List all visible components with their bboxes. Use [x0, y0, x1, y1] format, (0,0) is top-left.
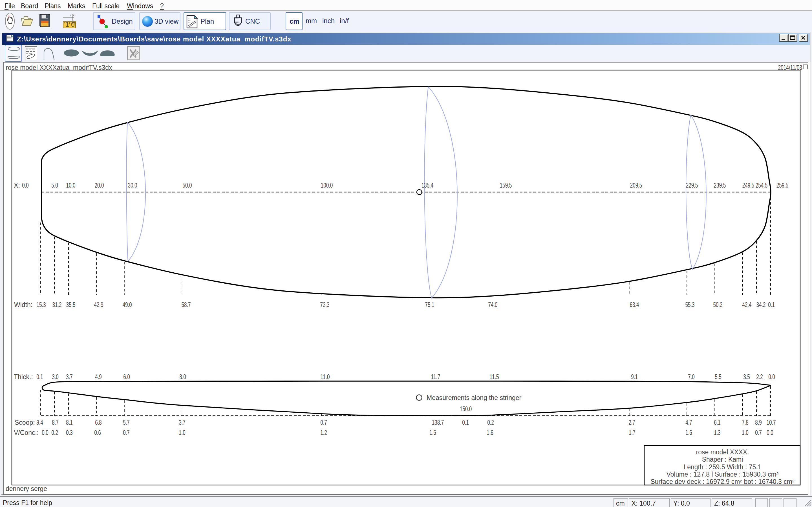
- svg-text:2.7: 2.7: [628, 419, 635, 426]
- svg-text:0.6: 0.6: [94, 429, 101, 436]
- svg-text:249.5: 249.5: [742, 182, 754, 189]
- svg-text:Width:: Width:: [14, 301, 33, 308]
- svg-text:42.9: 42.9: [94, 301, 103, 308]
- svg-text:50.0: 50.0: [183, 182, 192, 189]
- svg-text:3.7: 3.7: [179, 419, 186, 426]
- svg-text:229.5: 229.5: [686, 182, 698, 189]
- svg-text:8.7: 8.7: [52, 419, 59, 426]
- svg-text:0: 0: [71, 21, 75, 28]
- svg-text:10.0: 10.0: [66, 182, 75, 189]
- svg-text:0.2: 0.2: [487, 419, 494, 426]
- svg-text:0.0: 0.0: [22, 182, 29, 189]
- svg-text:5.5: 5.5: [715, 373, 721, 381]
- svg-text:100.0: 100.0: [321, 182, 333, 189]
- svg-text:Shaper : Kami: Shaper : Kami: [702, 456, 743, 463]
- svg-text:Surface dev deck : 16972.9 cm²: Surface dev deck : 16972.9 cm² bot : 167…: [651, 478, 794, 485]
- svg-text:0.3: 0.3: [66, 429, 73, 436]
- svg-text:0.1: 0.1: [462, 419, 469, 426]
- svg-text:15.3: 15.3: [37, 301, 46, 308]
- svg-text:X:: X:: [14, 182, 20, 189]
- svg-text:58.7: 58.7: [182, 301, 191, 308]
- svg-text:0.1: 0.1: [768, 301, 775, 308]
- svg-text:3.7: 3.7: [66, 373, 73, 381]
- svg-text:1.6: 1.6: [686, 429, 692, 436]
- svg-text:72.3: 72.3: [320, 301, 329, 308]
- svg-text:11.5: 11.5: [490, 373, 499, 381]
- svg-text:dennery serge: dennery serge: [6, 485, 47, 492]
- svg-text:5.7: 5.7: [123, 419, 130, 426]
- svg-text:0.1: 0.1: [36, 373, 43, 381]
- svg-text:11.7: 11.7: [431, 373, 441, 381]
- svg-text:0.2: 0.2: [51, 429, 58, 436]
- svg-text:20.0: 20.0: [95, 182, 104, 189]
- svg-text:74.0: 74.0: [488, 301, 498, 308]
- svg-text:31.2: 31.2: [52, 301, 62, 308]
- svg-text:75.1: 75.1: [425, 301, 435, 308]
- svg-text:34.2: 34.2: [756, 301, 766, 308]
- svg-text:1.0: 1.0: [742, 429, 749, 436]
- svg-text:10.7: 10.7: [767, 419, 776, 426]
- svg-text:1.3: 1.3: [714, 429, 721, 436]
- svg-text:Thick.:: Thick.:: [14, 373, 33, 381]
- svg-text:7.0: 7.0: [688, 373, 695, 381]
- svg-text:0.7: 0.7: [123, 429, 130, 436]
- svg-text:4.7: 4.7: [686, 419, 692, 426]
- svg-text:6.8: 6.8: [95, 419, 102, 426]
- svg-text:Volume : 127.8 l Surface : 15: Volume : 127.8 l Surface : 15930.3 cm²: [666, 471, 779, 478]
- svg-text:1.2: 1.2: [320, 429, 327, 436]
- svg-text:259.5: 259.5: [776, 182, 788, 189]
- svg-text:209.5: 209.5: [630, 182, 642, 189]
- svg-text:2014/11/03: 2014/11/03: [778, 64, 802, 71]
- svg-text:50.2: 50.2: [713, 301, 723, 308]
- svg-text:6.0: 6.0: [123, 373, 130, 381]
- svg-text:3.5: 3.5: [743, 373, 750, 381]
- svg-text:rose model XXXXatua_modifTV.s3: rose model XXXXatua_modifTV.s3dx: [6, 64, 112, 71]
- svg-text:159.5: 159.5: [500, 182, 512, 189]
- svg-text:Scoop:: Scoop:: [15, 419, 35, 426]
- svg-text:7.8: 7.8: [742, 419, 749, 426]
- svg-text:11.0: 11.0: [320, 373, 330, 381]
- svg-text:9.1: 9.1: [631, 373, 638, 381]
- svg-text:0.0: 0.0: [767, 429, 773, 436]
- svg-text:49.0: 49.0: [123, 301, 132, 308]
- svg-text:30.0: 30.0: [128, 182, 137, 189]
- svg-text:239.5: 239.5: [714, 182, 726, 189]
- svg-text:55.3: 55.3: [686, 301, 695, 308]
- svg-text:42.4: 42.4: [742, 301, 752, 308]
- svg-text:6.1: 6.1: [714, 419, 721, 426]
- svg-text:0.0: 0.0: [768, 373, 775, 381]
- svg-text:8.9: 8.9: [755, 419, 762, 426]
- svg-text:1.7: 1.7: [629, 429, 636, 436]
- svg-text:V/Conc.:: V/Conc.:: [14, 429, 39, 436]
- svg-text:35.5: 35.5: [66, 301, 75, 308]
- svg-text:Length : 259.5 Width : 75.1: Length : 259.5 Width : 75.1: [683, 463, 761, 471]
- svg-text:63.4: 63.4: [630, 301, 639, 308]
- svg-text:2.2: 2.2: [756, 373, 763, 381]
- svg-text:135.4: 135.4: [421, 182, 434, 189]
- svg-text:9.4: 9.4: [36, 419, 43, 426]
- svg-text:0.0: 0.0: [42, 429, 49, 436]
- svg-text:1.0: 1.0: [179, 429, 186, 436]
- svg-text:254.5: 254.5: [756, 182, 767, 189]
- svg-text:138.7: 138.7: [432, 419, 444, 426]
- svg-text:1.6: 1.6: [487, 429, 493, 436]
- svg-text:1: 1: [65, 21, 69, 28]
- svg-text:150.0: 150.0: [460, 405, 472, 413]
- svg-text:5.0: 5.0: [51, 182, 58, 189]
- svg-text:Measurements along the stringe: Measurements along the stringer: [426, 394, 522, 401]
- svg-text:3.0: 3.0: [52, 373, 59, 381]
- svg-text:4.9: 4.9: [95, 373, 102, 381]
- svg-text:0.7: 0.7: [320, 419, 327, 426]
- svg-text:8.1: 8.1: [66, 419, 73, 426]
- svg-text:8.0: 8.0: [179, 373, 186, 381]
- svg-text:rose model XXXX.: rose model XXXX.: [696, 448, 749, 456]
- svg-text:1.5: 1.5: [429, 429, 436, 436]
- svg-text:0.7: 0.7: [755, 429, 762, 436]
